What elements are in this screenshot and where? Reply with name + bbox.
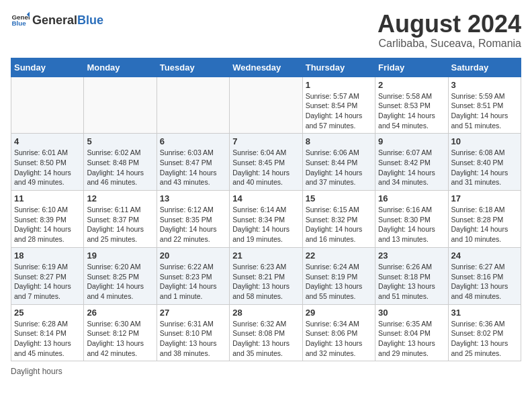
logo-blue: Blue	[77, 13, 103, 28]
day-info: Sunrise: 6:10 AM Sunset: 8:39 PM Dayligh…	[14, 205, 81, 244]
calendar-cell: 1Sunrise: 5:57 AM Sunset: 8:54 PM Daylig…	[302, 77, 375, 134]
calendar-cell: 11Sunrise: 6:10 AM Sunset: 8:39 PM Dayli…	[11, 191, 84, 248]
logo: General Blue General Blue	[11, 11, 103, 30]
header: General Blue General Blue August 2024 Ca…	[11, 11, 521, 50]
calendar-cell: 3Sunrise: 5:59 AM Sunset: 8:51 PM Daylig…	[448, 77, 521, 134]
day-number: 27	[160, 308, 226, 318]
calendar-cell: 30Sunrise: 6:35 AM Sunset: 8:04 PM Dayli…	[375, 304, 448, 361]
day-number: 5	[87, 136, 153, 146]
calendar-cell: 26Sunrise: 6:30 AM Sunset: 8:12 PM Dayli…	[84, 304, 157, 361]
day-number: 2	[378, 80, 445, 90]
day-number: 31	[451, 308, 518, 318]
day-number: 19	[87, 250, 153, 261]
month-title: August 2024	[378, 11, 521, 38]
calendar-cell: 8Sunrise: 6:06 AM Sunset: 8:44 PM Daylig…	[302, 134, 375, 191]
calendar-cell: 4Sunrise: 6:01 AM Sunset: 8:50 PM Daylig…	[11, 134, 84, 191]
day-info: Sunrise: 6:20 AM Sunset: 8:25 PM Dayligh…	[87, 262, 153, 302]
day-number: 10	[451, 136, 518, 146]
calendar-cell	[157, 77, 229, 134]
calendar-cell	[11, 77, 84, 134]
location-title: Carlibaba, Suceava, Romania	[378, 38, 521, 50]
calendar-cell: 27Sunrise: 6:31 AM Sunset: 8:10 PM Dayli…	[157, 304, 229, 361]
calendar-cell: 13Sunrise: 6:12 AM Sunset: 8:35 PM Dayli…	[157, 191, 229, 248]
calendar-cell: 15Sunrise: 6:15 AM Sunset: 8:32 PM Dayli…	[302, 191, 375, 248]
calendar-cell: 18Sunrise: 6:19 AM Sunset: 8:27 PM Dayli…	[11, 247, 84, 304]
calendar-week-row: 11Sunrise: 6:10 AM Sunset: 8:39 PM Dayli…	[11, 191, 521, 248]
calendar-week-row: 25Sunrise: 6:28 AM Sunset: 8:14 PM Dayli…	[11, 304, 521, 361]
day-info: Sunrise: 6:26 AM Sunset: 8:18 PM Dayligh…	[378, 262, 445, 302]
day-number: 29	[306, 308, 372, 318]
day-number: 3	[451, 80, 518, 90]
day-number: 7	[232, 136, 299, 146]
day-info: Sunrise: 6:19 AM Sunset: 8:27 PM Dayligh…	[14, 262, 81, 302]
day-number: 28	[232, 308, 299, 318]
logo-general: General	[32, 13, 77, 28]
day-number: 16	[378, 193, 445, 203]
day-number: 22	[306, 250, 372, 261]
day-number: 15	[306, 193, 372, 203]
weekday-header-saturday: Saturday	[448, 58, 521, 77]
weekday-header-friday: Friday	[375, 58, 448, 77]
day-number: 30	[378, 308, 445, 318]
calendar-week-row: 18Sunrise: 6:19 AM Sunset: 8:27 PM Dayli…	[11, 247, 521, 304]
calendar-week-row: 1Sunrise: 5:57 AM Sunset: 8:54 PM Daylig…	[11, 77, 521, 134]
day-info: Sunrise: 6:28 AM Sunset: 8:14 PM Dayligh…	[14, 319, 81, 359]
day-info: Sunrise: 5:59 AM Sunset: 8:51 PM Dayligh…	[451, 91, 518, 131]
day-number: 14	[232, 193, 299, 203]
day-info: Sunrise: 6:35 AM Sunset: 8:04 PM Dayligh…	[378, 319, 445, 359]
weekday-header-sunday: Sunday	[11, 58, 84, 77]
day-number: 9	[378, 136, 445, 146]
weekday-header-wednesday: Wednesday	[230, 58, 302, 77]
calendar-cell: 25Sunrise: 6:28 AM Sunset: 8:14 PM Dayli…	[11, 304, 84, 361]
day-number: 25	[14, 308, 81, 318]
calendar-cell: 29Sunrise: 6:34 AM Sunset: 8:06 PM Dayli…	[302, 304, 375, 361]
calendar-cell: 2Sunrise: 5:58 AM Sunset: 8:53 PM Daylig…	[375, 77, 448, 134]
calendar-cell: 14Sunrise: 6:14 AM Sunset: 8:34 PM Dayli…	[230, 191, 302, 248]
day-info: Sunrise: 6:14 AM Sunset: 8:34 PM Dayligh…	[232, 205, 299, 244]
day-number: 20	[160, 250, 226, 261]
day-number: 11	[14, 193, 81, 203]
title-area: August 2024 Carlibaba, Suceava, Romania	[378, 11, 521, 50]
day-number: 24	[451, 250, 518, 261]
calendar-cell: 22Sunrise: 6:24 AM Sunset: 8:19 PM Dayli…	[302, 247, 375, 304]
day-number: 26	[87, 308, 153, 318]
calendar-cell: 21Sunrise: 6:23 AM Sunset: 8:21 PM Dayli…	[230, 247, 302, 304]
calendar-cell: 31Sunrise: 6:36 AM Sunset: 8:02 PM Dayli…	[448, 304, 521, 361]
day-number: 8	[306, 136, 372, 146]
weekday-header-tuesday: Tuesday	[157, 58, 229, 77]
calendar-cell: 20Sunrise: 6:22 AM Sunset: 8:23 PM Dayli…	[157, 247, 229, 304]
calendar-cell: 9Sunrise: 6:07 AM Sunset: 8:42 PM Daylig…	[375, 134, 448, 191]
day-info: Sunrise: 5:58 AM Sunset: 8:53 PM Dayligh…	[378, 91, 445, 131]
weekday-header-monday: Monday	[84, 58, 157, 77]
day-number: 12	[87, 193, 153, 203]
day-number: 6	[160, 136, 226, 146]
calendar-week-row: 4Sunrise: 6:01 AM Sunset: 8:50 PM Daylig…	[11, 134, 521, 191]
calendar-cell: 17Sunrise: 6:18 AM Sunset: 8:28 PM Dayli…	[448, 191, 521, 248]
day-info: Sunrise: 6:16 AM Sunset: 8:30 PM Dayligh…	[378, 205, 445, 244]
calendar-cell	[84, 77, 157, 134]
calendar-table: SundayMondayTuesdayWednesdayThursdayFrid…	[11, 58, 521, 362]
weekday-header-thursday: Thursday	[302, 58, 375, 77]
day-number: 18	[14, 250, 81, 261]
day-info: Sunrise: 6:18 AM Sunset: 8:28 PM Dayligh…	[451, 205, 518, 244]
day-info: Sunrise: 6:23 AM Sunset: 8:21 PM Dayligh…	[232, 262, 299, 302]
day-number: 21	[232, 250, 299, 261]
day-info: Sunrise: 6:22 AM Sunset: 8:23 PM Dayligh…	[160, 262, 226, 302]
day-info: Sunrise: 6:07 AM Sunset: 8:42 PM Dayligh…	[378, 148, 445, 187]
day-info: Sunrise: 6:15 AM Sunset: 8:32 PM Dayligh…	[306, 205, 372, 244]
svg-text:Blue: Blue	[11, 19, 26, 27]
calendar-cell: 28Sunrise: 6:32 AM Sunset: 8:08 PM Dayli…	[230, 304, 302, 361]
day-info: Sunrise: 6:27 AM Sunset: 8:16 PM Dayligh…	[451, 262, 518, 302]
day-info: Sunrise: 6:08 AM Sunset: 8:40 PM Dayligh…	[451, 148, 518, 187]
day-info: Sunrise: 6:04 AM Sunset: 8:45 PM Dayligh…	[232, 148, 299, 187]
calendar-cell: 19Sunrise: 6:20 AM Sunset: 8:25 PM Dayli…	[84, 247, 157, 304]
calendar-header-row: SundayMondayTuesdayWednesdayThursdayFrid…	[11, 58, 521, 77]
day-number: 4	[14, 136, 81, 146]
day-info: Sunrise: 6:34 AM Sunset: 8:06 PM Dayligh…	[306, 319, 372, 359]
day-number: 23	[378, 250, 445, 261]
day-info: Sunrise: 6:06 AM Sunset: 8:44 PM Dayligh…	[306, 148, 372, 187]
footer-note: Daylight hours	[11, 367, 521, 376]
calendar-cell: 24Sunrise: 6:27 AM Sunset: 8:16 PM Dayli…	[448, 247, 521, 304]
day-info: Sunrise: 6:02 AM Sunset: 8:48 PM Dayligh…	[87, 148, 153, 187]
calendar-cell: 10Sunrise: 6:08 AM Sunset: 8:40 PM Dayli…	[448, 134, 521, 191]
